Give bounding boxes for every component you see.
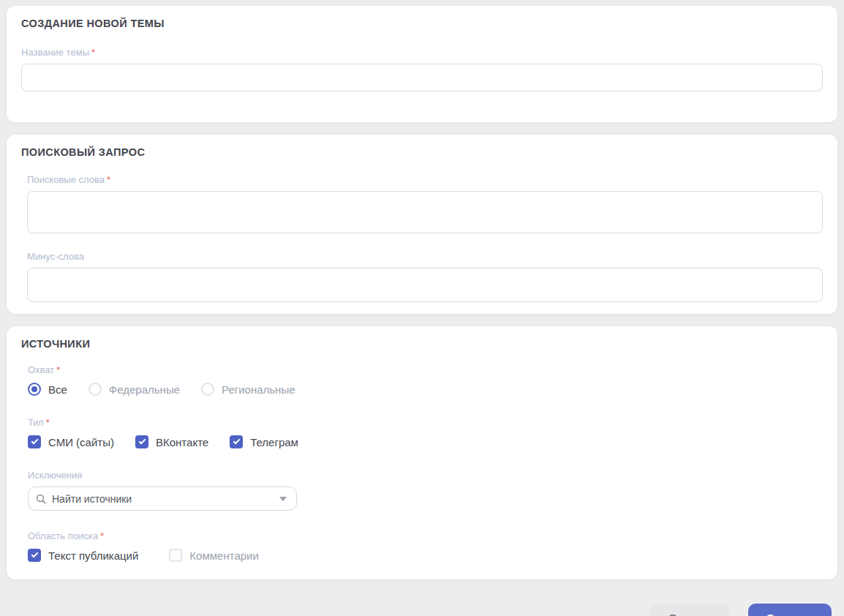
exclusions-source-select[interactable]: Найти источники [28,487,297,511]
checkbox-label: Комментарии [189,549,258,562]
checkmark-icon [31,437,39,445]
checkbox-type-telegram[interactable]: Телеграм [230,435,298,448]
type-group: Тип* СМИ (сайты) ВКонтакте [28,417,823,450]
sources-card: ИСТОЧНИКИ Охват* Все Федеральные [7,326,837,579]
scope-label: Область поиска* [28,530,823,541]
required-asterisk: * [91,47,95,58]
checkbox-icon[interactable] [169,549,182,562]
keywords-field: Поисковые слова* [27,174,823,233]
checkmark-icon [233,437,241,445]
radio-icon[interactable] [201,383,214,396]
search-query-card: ПОИСКОВЫЙ ЗАПРОС Поисковые слова* Минус-… [7,135,837,314]
checkbox-icon[interactable] [135,435,148,448]
radio-icon[interactable] [88,383,102,396]
required-asterisk: * [56,364,60,375]
checkmark-icon [31,551,39,558]
exclusions-select-placeholder: Найти источники [52,493,279,505]
topic-name-input[interactable] [21,64,823,91]
checkbox-label: Телеграм [250,436,298,448]
checkbox-icon[interactable] [28,435,41,448]
minus-words-field: Минус-слова [27,251,823,302]
minus-words-textarea[interactable] [27,268,823,302]
radio-label: Все [48,383,67,396]
coverage-label: Охват* [28,364,823,375]
checkbox-label: СМИ (сайты) [48,436,114,448]
radio-coverage-regional[interactable]: Региональные [201,383,295,396]
checkbox-icon[interactable] [230,435,243,448]
type-options-row: СМИ (сайты) ВКонтакте Телеграм [28,434,823,450]
radio-icon[interactable] [28,383,41,396]
minus-words-label: Минус-слова [27,251,823,262]
create-button[interactable]: Создать [748,604,832,616]
keywords-textarea[interactable] [27,191,823,233]
coverage-group: Охват* Все Федеральные Рег [28,364,823,397]
topic-name-label: Название темы* [21,47,823,58]
topic-card-title: СОЗДАНИЕ НОВОЙ ТЕМЫ [21,18,823,29]
checkmark-icon [139,437,146,445]
radio-label: Региональные [222,383,295,396]
required-asterisk: * [107,174,110,185]
topic-name-field: Название темы* [21,47,823,91]
checkbox-scope-publication-text[interactable]: Текст публикаций [28,549,138,562]
search-icon [36,494,46,504]
exclusions-group: Исключения Найти источники [28,470,823,511]
radio-coverage-federal[interactable]: Федеральные [88,383,180,396]
search-query-card-title: ПОИСКОВЫЙ ЗАПРОС [21,146,823,158]
radio-label: Федеральные [109,383,180,396]
cancel-button[interactable]: Отмена [649,604,729,616]
required-asterisk: * [100,530,104,541]
checkbox-icon[interactable] [28,549,41,562]
scope-options-row: Текст публикаций Комментарии [28,547,823,563]
checkbox-type-vkontakte[interactable]: ВКонтакте [135,435,208,448]
keywords-label: Поисковые слова* [27,174,823,185]
checkbox-type-smi[interactable]: СМИ (сайты) [28,435,114,448]
required-asterisk: * [46,417,50,428]
form-actions: Отмена Создать [7,592,837,616]
coverage-options-row: Все Федеральные Региональные [28,381,823,397]
checkbox-scope-comments[interactable]: Комментарии [169,549,258,562]
radio-coverage-all[interactable]: Все [28,383,67,396]
scope-group: Область поиска* Текст публикаций Коммент… [28,530,823,563]
exclusions-label: Исключения [28,470,823,481]
checkbox-label: Текст публикаций [48,549,138,562]
create-topic-page: СОЗДАНИЕ НОВОЙ ТЕМЫ Название темы* ПОИСК… [0,0,844,616]
caret-down-icon[interactable] [279,497,287,501]
sources-card-title: ИСТОЧНИКИ [21,338,823,350]
checkbox-label: ВКонтакте [156,436,208,448]
type-label: Тип* [28,417,823,428]
topic-card: СОЗДАНИЕ НОВОЙ ТЕМЫ Название темы* [7,6,837,122]
